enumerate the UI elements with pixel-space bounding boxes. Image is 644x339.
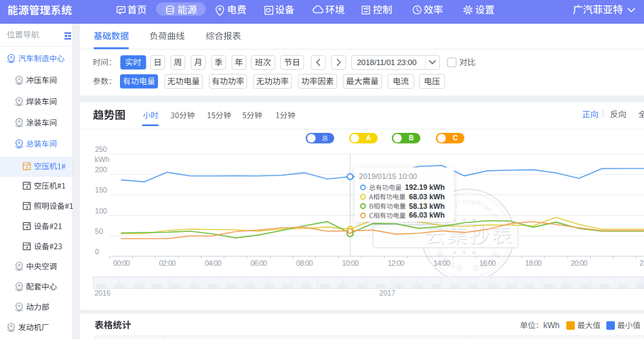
svg-text:00:00: 00:00	[113, 259, 130, 267]
svg-text:C: C	[453, 134, 458, 142]
svg-text:10:00: 10:00	[342, 259, 359, 267]
svg-text:23:00: 23:00	[639, 259, 644, 267]
svg-text:2017: 2017	[380, 289, 396, 297]
svg-text:18:00: 18:00	[525, 259, 542, 267]
svg-text:kWh: kWh	[544, 321, 560, 330]
svg-text:06:00: 06:00	[250, 259, 267, 267]
svg-text:16:00: 16:00	[479, 259, 496, 267]
svg-text:150: 150	[95, 186, 107, 194]
svg-text:2018/11/01 23:00: 2018/11/01 23:00	[357, 58, 417, 67]
svg-text:66.03 kWh: 66.03 kWh	[409, 211, 445, 219]
svg-text:20:00: 20:00	[571, 259, 588, 267]
svg-text:12:00: 12:00	[388, 259, 405, 267]
svg-text:58.13 kWh: 58.13 kWh	[409, 202, 445, 210]
svg-text:200: 200	[95, 165, 107, 174]
svg-text:192.19 kWh: 192.19 kWh	[405, 183, 445, 191]
svg-text:50: 50	[95, 227, 103, 235]
svg-text:250: 250	[95, 145, 107, 153]
svg-text:kWh: kWh	[95, 155, 110, 163]
svg-text:02:00: 02:00	[159, 259, 176, 267]
svg-text:100: 100	[95, 207, 107, 215]
svg-text:0: 0	[95, 247, 99, 256]
svg-text:2019/01/15 10:00: 2019/01/15 10:00	[359, 172, 418, 180]
svg-text:04:00: 04:00	[205, 259, 222, 267]
svg-text:A: A	[366, 134, 371, 142]
svg-text:68.03 kWh: 68.03 kWh	[409, 193, 445, 201]
svg-text:14:00: 14:00	[433, 259, 450, 267]
svg-text:2016: 2016	[94, 289, 110, 297]
svg-text:08:00: 08:00	[296, 259, 313, 267]
svg-text:B: B	[409, 134, 414, 142]
